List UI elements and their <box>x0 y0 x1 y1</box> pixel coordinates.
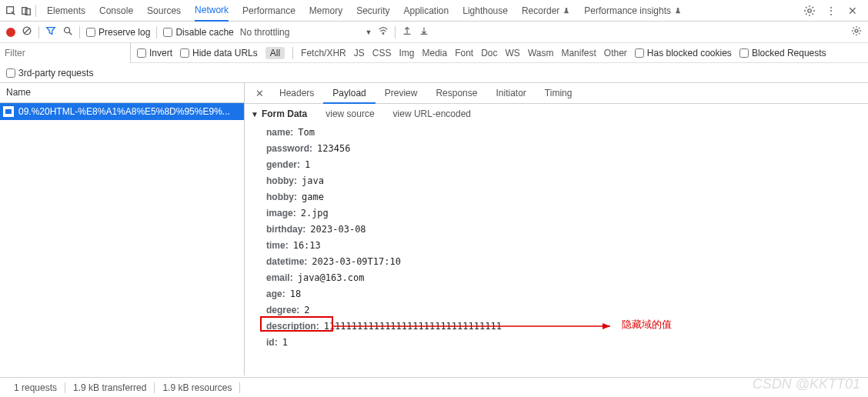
throttling-select[interactable]: No throttling <box>240 27 290 38</box>
type-font[interactable]: Font <box>455 48 473 58</box>
form-value: 18 <box>290 289 301 299</box>
clear-icon[interactable] <box>22 25 32 38</box>
form-key: age: <box>266 289 285 299</box>
preserve-log-checkbox[interactable]: Preserve log <box>86 27 150 38</box>
disable-cache-input[interactable] <box>163 28 172 37</box>
tab-security[interactable]: Security <box>356 1 389 21</box>
filter-input[interactable] <box>0 43 131 63</box>
form-value: java <box>302 175 324 186</box>
view-source-link[interactable]: view source <box>326 108 374 119</box>
third-party-input[interactable] <box>6 68 15 78</box>
disable-cache-checkbox[interactable]: Disable cache <box>163 27 233 38</box>
third-party-checkbox[interactable]: 3rd-party requests <box>6 68 93 78</box>
tab-elements[interactable]: Elements <box>47 1 85 21</box>
type-doc[interactable]: Doc <box>481 48 497 58</box>
status-resources: 1.9 kB resources <box>155 382 240 393</box>
detail-tab-preview[interactable]: Preview <box>376 84 427 102</box>
form-value: 2023-03-08 <box>310 224 366 235</box>
invert-label: Invert <box>149 48 172 58</box>
status-bar: 1 requests 1.9 kB transferred 1.9 kB res… <box>0 377 868 397</box>
tab-lighthouse[interactable]: Lighthouse <box>462 1 508 21</box>
hide-data-urls-input[interactable] <box>180 48 189 58</box>
kebab-icon[interactable]: ⋮ <box>825 5 837 17</box>
filter-options: Invert Hide data URLs All Fetch/XHR JS C… <box>131 47 833 59</box>
form-value: java@163.com <box>298 272 365 283</box>
svg-point-5 <box>65 28 70 33</box>
form-row: birthday:2023-03-08 <box>266 224 868 235</box>
close-detail-icon[interactable]: ✕ <box>249 88 270 99</box>
blocked-requests-input[interactable] <box>739 48 749 58</box>
type-img[interactable]: Img <box>399 48 414 58</box>
has-blocked-checkbox[interactable]: Has blocked cookies <box>635 48 732 58</box>
form-row: datetime:2023-03-09T17:10 <box>266 256 868 267</box>
formdata-title: Form Data <box>262 108 307 119</box>
divider <box>79 26 80 38</box>
blocked-requests-label: Blocked Requests <box>752 48 826 58</box>
type-fetchxhr[interactable]: Fetch/XHR <box>301 48 346 58</box>
view-url-encoded-link[interactable]: view URL-encoded <box>393 108 471 119</box>
form-key: hobby: <box>266 175 297 186</box>
svg-marker-9 <box>603 323 610 329</box>
detail-tab-headers[interactable]: Headers <box>270 84 323 102</box>
form-key: gender: <box>266 159 300 170</box>
tab-network[interactable]: Network <box>195 0 229 22</box>
network-settings-icon[interactable] <box>851 25 862 38</box>
type-css[interactable]: CSS <box>372 48 392 58</box>
preserve-log-label: Preserve log <box>98 27 150 38</box>
preserve-log-input[interactable] <box>86 28 95 37</box>
network-toolbar: Preserve log Disable cache No throttling… <box>0 22 868 43</box>
invert-checkbox[interactable]: Invert <box>137 48 172 58</box>
triangle-down-icon: ▼ <box>251 110 259 118</box>
type-all[interactable]: All <box>265 47 285 59</box>
chevron-down-icon[interactable]: ▼ <box>365 28 372 36</box>
disable-cache-label: Disable cache <box>175 27 233 38</box>
tab-perf-insights[interactable]: Performance insights <box>584 1 682 21</box>
detail-tab-timing[interactable]: Timing <box>536 84 582 102</box>
tab-memory[interactable]: Memory <box>309 1 342 21</box>
filter-icon[interactable] <box>45 25 56 38</box>
gear-icon[interactable] <box>803 5 816 17</box>
form-row: hobby:java <box>266 175 868 186</box>
tab-console[interactable]: Console <box>99 1 133 21</box>
wifi-icon[interactable] <box>378 25 389 38</box>
search-icon[interactable] <box>62 25 73 38</box>
type-js[interactable]: JS <box>354 48 365 58</box>
form-row: gender:1 <box>266 159 868 170</box>
form-value: 2 <box>304 305 309 315</box>
record-icon[interactable] <box>6 28 15 37</box>
main-area: Name 09.%20HTML-%E8%A1%A8%E5%8D%95%E9%..… <box>0 83 868 375</box>
close-icon[interactable]: ✕ <box>846 5 859 17</box>
tab-sources[interactable]: Sources <box>147 1 181 21</box>
tab-performance[interactable]: Performance <box>242 1 295 21</box>
form-value: 123456 <box>317 143 350 154</box>
name-column-header[interactable]: Name <box>0 83 244 103</box>
type-other[interactable]: Other <box>604 48 627 58</box>
form-key: name: <box>266 127 293 138</box>
detail-tab-response[interactable]: Response <box>426 84 486 102</box>
formdata-toggle[interactable]: ▼ Form Data <box>251 108 307 119</box>
devtools-topbar: Elements Console Sources Network Perform… <box>0 0 868 22</box>
inspect-icon[interactable] <box>5 5 17 17</box>
form-row: image:2.jpg <box>266 208 868 219</box>
blocked-requests-checkbox[interactable]: Blocked Requests <box>739 48 826 58</box>
detail-tab-payload[interactable]: Payload <box>323 84 375 104</box>
form-key: birthday: <box>266 224 305 235</box>
form-row: age:18 <box>266 289 868 299</box>
hide-data-urls-checkbox[interactable]: Hide data URLs <box>180 48 258 58</box>
download-icon[interactable] <box>419 25 429 38</box>
detail-tab-initiator[interactable]: Initiator <box>486 84 535 102</box>
type-ws[interactable]: WS <box>506 48 520 58</box>
upload-icon[interactable] <box>402 25 412 38</box>
invert-input[interactable] <box>137 48 146 58</box>
formdata-rows: name:Tom password:123456 gender:1 hobby:… <box>245 124 868 348</box>
type-manifest[interactable]: Manifest <box>561 48 596 58</box>
has-blocked-input[interactable] <box>635 48 644 58</box>
device-icon[interactable] <box>20 5 32 17</box>
request-row[interactable]: 09.%20HTML-%E8%A1%A8%E5%8D%95%E9%... <box>0 103 244 120</box>
type-wasm[interactable]: Wasm <box>528 48 554 58</box>
tab-application[interactable]: Application <box>404 1 449 21</box>
form-row: hobby:game <box>266 192 868 202</box>
form-value: 16:13 <box>293 240 321 251</box>
tab-recorder[interactable]: Recorder <box>522 1 570 21</box>
type-media[interactable]: Media <box>422 48 447 58</box>
